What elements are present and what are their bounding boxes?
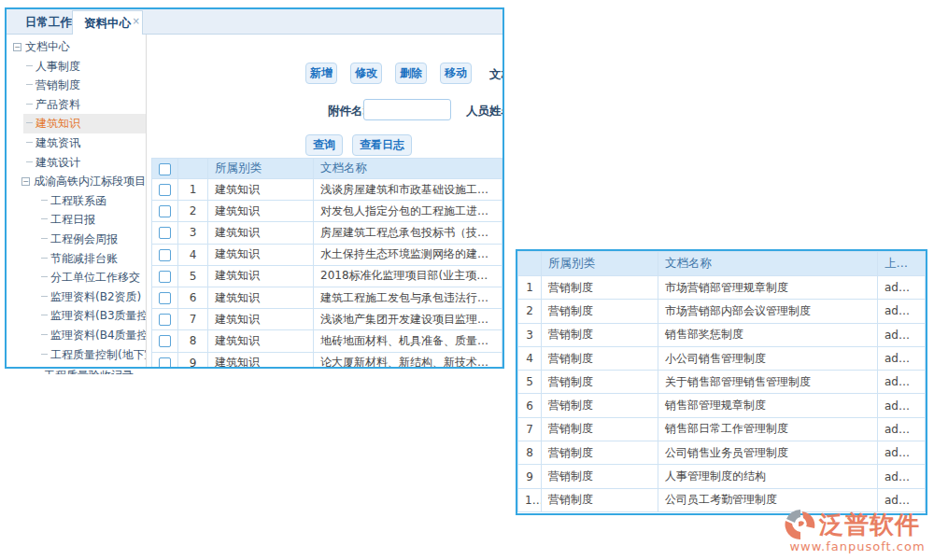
edit-button[interactable]: 修改 (350, 63, 382, 84)
table-row[interactable]: 8 建筑知识 地砖地面材料、机具准备、质量要求及... (152, 330, 502, 352)
tree-item-label: 节能减排台账 (50, 252, 118, 265)
tree-item-label: 人事制度 (35, 60, 80, 73)
row-number: 7 (518, 417, 542, 441)
doc-name-header: 文档名称 (314, 159, 502, 179)
row-checkbox[interactable] (159, 184, 171, 196)
row-number: 4 (178, 244, 208, 265)
table-row[interactable]: 5 营销制度 关于销售部管理销售管理制度 admin (518, 371, 926, 394)
table-row[interactable]: 8 营销制度 公司销售业务员管理制度 admin (518, 441, 926, 465)
row-checkbox[interactable] (159, 314, 171, 326)
person-name-label: 人员姓名： (466, 104, 504, 119)
tree-item-label: 工程质量控制(地下室) (50, 348, 147, 361)
tree-item-label: 监理资料(B4质量控制) (50, 329, 147, 342)
tree-branch-line (41, 218, 48, 219)
cell-category: 营销制度 (542, 394, 658, 417)
tree-branch-line (41, 200, 48, 201)
row-number: 1 (178, 179, 208, 201)
collapse-icon[interactable]: − (13, 43, 21, 51)
cell-category: 营销制度 (542, 276, 658, 300)
table-row[interactable]: 1 建筑知识 浅谈房屋建筑和市政基础设施工程施工... (152, 179, 502, 201)
table-row[interactable]: 6 营销制度 销售部管理规章制度 admin (518, 394, 926, 417)
tree-item-label: 营销制度 (35, 78, 80, 91)
clipped-tree-item: 工程质量验收记录 (44, 370, 147, 374)
sidebar-tree-item[interactable]: −节能减排台账 (7, 249, 146, 269)
sidebar-tree-item[interactable]: −分工单位工作移交 (7, 268, 146, 287)
sidebar-tree-item[interactable]: −文档中心 (7, 37, 146, 57)
sidebar-tree-item[interactable]: −工程联系函 (7, 191, 146, 211)
sidebar-tree-item[interactable]: −建筑设计 (7, 153, 146, 173)
sidebar-tree-item[interactable]: −工程例会周报 (7, 230, 146, 249)
doc-name-header: 文档名称 (658, 252, 878, 276)
cell-uploader: admin (878, 346, 926, 370)
sidebar-tree-item[interactable]: −建筑知识 (7, 114, 146, 133)
row-number: 8 (178, 330, 208, 352)
delete-button[interactable]: 删除 (395, 63, 427, 84)
tree-item-label: 工程日报 (50, 213, 95, 226)
table-row[interactable]: 5 建筑知识 2018标准化监理项目部(业主项目部)人员... (152, 265, 502, 287)
table-row[interactable]: 9 建筑知识 论大厦新材料、新结构、新技术，新工... (152, 352, 502, 367)
row-checkbox[interactable] (159, 271, 171, 283)
sidebar-tree-item[interactable]: −工程日报 (7, 210, 146, 230)
row-number-header (178, 159, 208, 179)
table-row[interactable]: 1 营销制度 市场营销部管理规章制度 admin (518, 276, 926, 300)
row-checkbox[interactable] (159, 357, 171, 367)
collapse-icon[interactable]: − (21, 177, 30, 186)
table-row[interactable]: 4 营销制度 小公司销售管理制度 admin (518, 346, 926, 370)
cell-uploader: admin (878, 276, 926, 300)
table-row[interactable]: 9 营销制度 人事管理制度的结构 admin (518, 465, 926, 488)
tab-bar: 日常工作 资料中心 × (7, 9, 502, 35)
sidebar-tree-item[interactable]: −监理资料(B4质量控制) (7, 326, 146, 345)
table-row[interactable]: 3 建筑知识 房屋建筑工程总承包投标书（技术标）... (152, 222, 502, 244)
row-number: 8 (518, 441, 542, 465)
cell-category: 营销制度 (542, 465, 658, 488)
right-table-header-row: 所属别类 文档名称 上传... (518, 252, 926, 276)
sidebar-tree-item[interactable]: −监理资料(B3质量控制) (7, 306, 146, 326)
sidebar-tree-item[interactable]: −建筑资讯 (7, 133, 146, 153)
table-row[interactable]: 4 建筑知识 水土保持生态环境监测网络的建设与资... (152, 244, 502, 265)
row-checkbox[interactable] (159, 335, 171, 347)
query-button[interactable]: 查询 (305, 134, 343, 156)
table-row[interactable]: 3 营销制度 销售部奖惩制度 admin (518, 323, 926, 346)
table-row[interactable]: 2 营销制度 市场营销部内部会议管理制度 admin (518, 300, 926, 323)
table-row[interactable]: 7 营销制度 销售部日常工作管理制度 admin (518, 417, 926, 441)
row-checkbox[interactable] (159, 292, 171, 304)
table-row[interactable]: 2 建筑知识 对发包人指定分包的工程施工进度安排... (152, 201, 502, 222)
sidebar-tree-item[interactable]: −监理资料(B2资质) (7, 287, 146, 307)
sidebar-tree-item[interactable]: −产品资料 (7, 95, 146, 115)
tree-item-label: 工程联系函 (50, 194, 106, 207)
select-all-checkbox[interactable] (159, 163, 171, 175)
tab-data-center-label: 资料中心 (84, 16, 131, 30)
tree-branch-line (41, 354, 48, 355)
move-button[interactable]: 移动 (440, 63, 472, 84)
row-checkbox[interactable] (159, 227, 171, 239)
view-log-button[interactable]: 查看日志 (352, 134, 412, 156)
fanpu-logo: 泛普软件 www.fanpusoft.com (784, 508, 931, 553)
cell-doc-name: 水土保持生态环境监测网络的建设与资... (314, 244, 502, 265)
row-checkbox[interactable] (159, 249, 171, 261)
sidebar-tree-item[interactable]: −工程质量控制(地下室) (7, 345, 146, 365)
add-button[interactable]: 新增 (305, 63, 337, 84)
tree-branch-line (26, 142, 33, 143)
row-number: 3 (178, 222, 208, 244)
tab-data-center[interactable]: 资料中心 × (72, 10, 143, 36)
cell-doc-name: 建筑工程施工发包与承包违法行为认定... (314, 287, 502, 308)
tree-item-label: 建筑设计 (35, 156, 80, 169)
tree-branch-line (26, 104, 33, 105)
row-checkbox[interactable] (159, 205, 171, 217)
category-header: 所属别类 (542, 252, 658, 276)
cell-doc-name: 关于销售部管理销售管理制度 (658, 371, 878, 394)
tree-item-label: 监理资料(B2资质) (50, 290, 141, 303)
attachment-name-input[interactable] (363, 99, 451, 120)
cell-uploader: admin (878, 371, 926, 394)
cell-doc-name: 市场营销部内部会议管理制度 (658, 300, 878, 323)
table-row[interactable]: 6 建筑知识 建筑工程施工发包与承包违法行为认定... (152, 287, 502, 308)
category-sidebar: −文档中心 −人事制度 −营销制度 −产品资料 −建筑知识 −建筑资讯 −建筑设… (7, 35, 147, 367)
sidebar-tree-item[interactable]: −人事制度 (7, 57, 146, 77)
tree-item-label: 成渝高铁内江标段项目 (34, 175, 146, 188)
cell-uploader: admin (878, 417, 926, 441)
sidebar-tree-item[interactable]: −成渝高铁内江标段项目 (7, 172, 146, 191)
close-icon[interactable]: × (133, 9, 140, 34)
sidebar-tree-item[interactable]: −营销制度 (7, 76, 146, 95)
table-row[interactable]: 7 建筑知识 浅谈地产集团开发建设项目监理规划编... (152, 309, 502, 330)
category-header: 所属别类 (208, 159, 314, 179)
